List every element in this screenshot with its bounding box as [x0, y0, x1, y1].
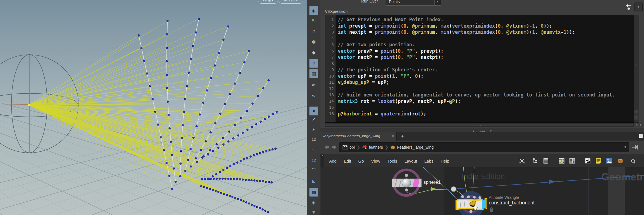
- code-line[interactable]: 8: [325, 61, 634, 67]
- scroll-up-button[interactable]: ▲: [634, 110, 638, 114]
- wrangle-node-label[interactable]: construct_barborient: [489, 200, 535, 206]
- network-editor[interactable]: Indie Edition Geometry: [320, 167, 644, 215]
- back-button[interactable]: [323, 144, 330, 151]
- wire-green-top2[interactable]: [473, 167, 474, 194]
- prim-normals-icon[interactable]: ◺: [309, 145, 318, 154]
- hull-display-icon[interactable]: ⌒: [309, 166, 318, 175]
- code-line[interactable]: 4: [325, 35, 634, 42]
- menu-item-view[interactable]: View: [368, 159, 384, 163]
- node-construct-barborient[interactable]: [456, 191, 486, 215]
- point-display-icon[interactable]: ●: [309, 107, 318, 115]
- node-input-dot[interactable]: [405, 174, 408, 177]
- tools-icon[interactable]: [519, 158, 525, 164]
- menu-item-labs[interactable]: Labs: [421, 159, 437, 163]
- point-numbers-icon[interactable]: 12: [309, 135, 318, 144]
- template-display-icon[interactable]: ▨: [309, 188, 318, 197]
- search-icon[interactable]: [631, 159, 638, 165]
- list-view-icon[interactable]: [543, 158, 549, 164]
- tab-options-icon[interactable]: [639, 134, 643, 138]
- code-line[interactable]: 1// Get Previous and Next Point index.: [325, 16, 634, 23]
- cloth-display-icon[interactable]: ▼: [309, 208, 318, 215]
- display-options-icon[interactable]: [585, 158, 591, 164]
- code-line[interactable]: 3int nextpt = primpoint(0, @primnum, min…: [325, 29, 634, 35]
- breadcrumb-item-feathers[interactable]: feathers❯: [362, 142, 390, 152]
- vexpression-menu-button[interactable]: ▼: [634, 3, 643, 11]
- no-lights-icon[interactable]: ⊗: [309, 37, 318, 46]
- chevron-down-icon[interactable]: ▼: [434, 0, 441, 5]
- pin-path-icon[interactable]: [631, 144, 639, 151]
- normal-lights-icon[interactable]: ○: [309, 59, 318, 68]
- palette-icon[interactable]: [558, 158, 565, 164]
- code-line[interactable]: 2int prevpt = primpoint(0, @primnum, max…: [325, 23, 634, 29]
- menu-item-edit[interactable]: Edit: [340, 159, 355, 163]
- vexpression-code-editor[interactable]: 1// Get Previous and Next Point index.2i…: [325, 15, 634, 123]
- line-number: 5: [325, 42, 334, 48]
- code-line[interactable]: 7vector nextP = point(0, "P", nextpt);: [325, 54, 634, 61]
- hscroll-thumb[interactable]: ⠿: [325, 123, 633, 127]
- forward-button[interactable]: [331, 144, 338, 151]
- node-input-dot[interactable]: [478, 196, 481, 199]
- menu-item-help[interactable]: Help: [437, 159, 453, 163]
- code-line[interactable]: 13// build new orientation, tangnential …: [325, 92, 634, 98]
- node-output-dot[interactable]: [405, 189, 408, 192]
- code-line[interactable]: 9// The position of Sphere's center.: [325, 67, 634, 73]
- dependency-icon[interactable]: [569, 158, 576, 164]
- background-image-icon[interactable]: [606, 158, 612, 164]
- run-over-select[interactable]: Points ▼: [386, 0, 441, 6]
- node-output-dot[interactable]: [470, 210, 473, 213]
- prim-hull-icon[interactable]: ◣: [309, 176, 318, 185]
- tree-view-icon[interactable]: [532, 158, 539, 164]
- line-number: 13: [325, 92, 334, 98]
- line-number: 15: [325, 104, 334, 111]
- menu-item-add[interactable]: Add: [325, 159, 340, 163]
- headlight-icon[interactable]: ◆: [309, 48, 318, 57]
- path-dropdown-icon[interactable]: ▼: [624, 146, 627, 149]
- code-line[interactable]: 14matrix3 rot = lookat(prevP, nextP, upP…: [325, 98, 634, 105]
- snap-transform-icon[interactable]: ↻: [309, 16, 318, 25]
- persp-view-button[interactable]: Persp ▾: [258, 0, 278, 4]
- shade-mode-icon[interactable]: ▩: [309, 69, 318, 78]
- code-line[interactable]: 11v@debug_upP = upP;: [325, 79, 634, 86]
- uv-overlay-icon[interactable]: ◈: [309, 198, 318, 207]
- point-normals-icon[interactable]: ↗: [309, 115, 318, 124]
- code-line[interactable]: 5// Get two points position.: [325, 42, 634, 48]
- node-input-dot[interactable]: [467, 195, 470, 198]
- menu-item-go[interactable]: Go: [355, 159, 368, 163]
- bundle-box-icon[interactable]: [617, 158, 624, 164]
- camera-select-button[interactable]: No cam ▾: [279, 0, 303, 4]
- new-tab-button[interactable]: +: [399, 133, 405, 139]
- collapse-menu-icon[interactable]: ▲: [320, 154, 324, 168]
- sticky-note-icon[interactable]: [595, 158, 602, 164]
- node-input-dot[interactable]: [461, 195, 464, 198]
- view-layout-icon[interactable]: ◈: [309, 6, 318, 15]
- code-line[interactable]: 12: [325, 86, 634, 92]
- lock-camera-icon[interactable]: ∩: [309, 27, 318, 36]
- code-line[interactable]: 16p@barborient = quaternion(rot);: [325, 111, 634, 117]
- point-markers-icon[interactable]: ∗: [309, 125, 318, 134]
- scroll-down-button[interactable]: ▼: [634, 115, 638, 120]
- code-horizontal-scrollbar[interactable]: ⠿: [325, 123, 634, 127]
- menu-item-tools[interactable]: Tools: [384, 159, 401, 163]
- add-spare-parameters-icon[interactable]: [625, 3, 633, 11]
- sphere1-node-label[interactable]: sphere1: [423, 180, 440, 185]
- code-text: v@debug_upP = upP;: [338, 79, 389, 86]
- code-vertical-scrollbar[interactable]: ⠿ ▲ ▼: [634, 15, 639, 123]
- code-line[interactable]: 10vector upP = point(1, "P", 0);: [325, 73, 634, 79]
- code-line[interactable]: 15: [325, 104, 634, 111]
- network-dot-node[interactable]: [451, 187, 456, 192]
- scene-viewport[interactable]: Persp ▾ No cam ▾: [0, 0, 307, 215]
- stereo-review-icon[interactable]: ∞: [309, 91, 318, 100]
- breadcrumb-item-Feathers_large_wing[interactable]: Feathers_large_wing: [390, 142, 434, 152]
- tab-close-icon[interactable]: ×: [392, 134, 394, 138]
- node-input-dot[interactable]: [473, 196, 476, 199]
- breadcrumb-item-obj[interactable]: obj❯: [343, 142, 362, 152]
- scroll-right-button[interactable]: ▶: [639, 123, 643, 127]
- prim-numbers-icon[interactable]: 12: [309, 156, 318, 165]
- network-path-tab[interactable]: /obj/feathers/Feathers_large_wing ×: [320, 132, 397, 141]
- node-sphere1[interactable]: [392, 170, 422, 195]
- breadcrumb-field[interactable]: obj❯feathers❯Feathers_large_wing ▼: [339, 142, 629, 152]
- scroll-left-button[interactable]: ◀: [634, 123, 639, 127]
- stereo-glasses-icon[interactable]: ∞: [309, 81, 318, 90]
- menu-item-layout[interactable]: Layout: [401, 159, 421, 163]
- code-line[interactable]: 6vector prevP = point(0, "P", prevpt);: [325, 48, 634, 54]
